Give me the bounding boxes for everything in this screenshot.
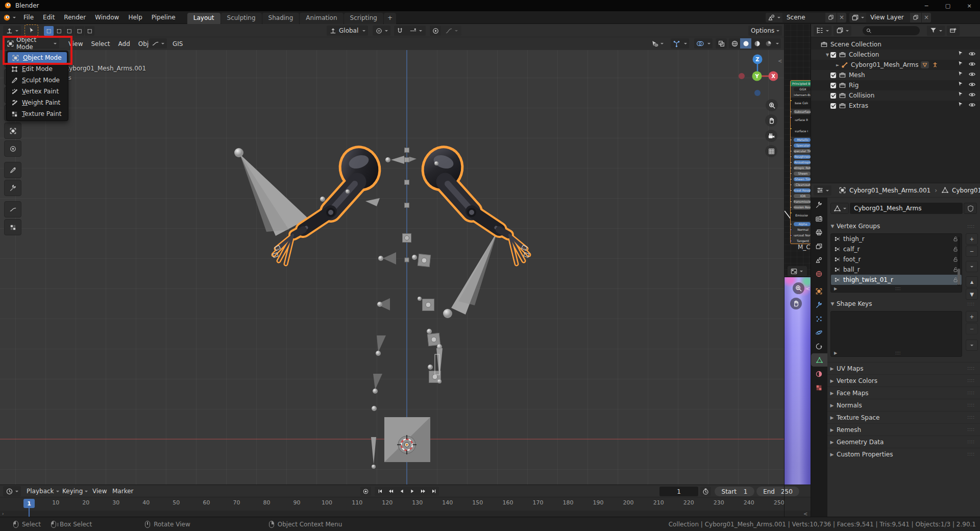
section-vertex-colors[interactable]: ▶Vertex Colors:::: — [827, 374, 980, 387]
viewport-menu-add[interactable]: Add — [114, 37, 134, 50]
mesh-data-browse-dropdown[interactable] — [830, 203, 849, 214]
node-input-ggx[interactable]: GGX — [791, 86, 811, 92]
node-input-specular-tint[interactable]: Specular Tint — [791, 148, 811, 154]
outliner-display-mode-dropdown[interactable] — [814, 26, 831, 36]
blender-app-menu[interactable] — [0, 14, 19, 21]
jump-to-end-button[interactable] — [428, 487, 439, 496]
section-geometry-data[interactable]: ▶Geometry Data:::: — [827, 436, 980, 448]
proportional-falloff-dropdown[interactable] — [441, 26, 461, 36]
zoom-button[interactable] — [766, 99, 778, 111]
tool-button-5[interactable] — [4, 140, 21, 157]
next-keyframe-button[interactable] — [418, 487, 428, 496]
tool-button-6[interactable] — [4, 162, 21, 178]
timeline-menu-view[interactable]: View — [92, 486, 107, 496]
outliner-row-scene-collection[interactable]: Scene Collection — [811, 39, 980, 50]
node-input-anisotropic-rotation[interactable]: Anisotropic Rotation — [791, 165, 811, 171]
section-custom-properties[interactable]: ▶Custom Properties:::: — [827, 448, 980, 460]
jump-to-start-button[interactable] — [375, 487, 385, 496]
selectable-toggle[interactable] — [958, 50, 964, 59]
collection-checkbox[interactable] — [830, 73, 836, 78]
mode-menu-item-sculpt-mode[interactable]: Sculpt Mode — [7, 75, 68, 86]
shading-rendered-button[interactable] — [763, 38, 774, 49]
mode-menu-item-edit-mode[interactable]: Edit Mode — [7, 63, 68, 75]
hide-eye-toggle[interactable] — [968, 81, 976, 90]
region-collapse-arrow[interactable]: < — [806, 286, 810, 292]
properties-tab-texture[interactable] — [811, 381, 827, 394]
image-editor-strip[interactable]: < — [785, 277, 811, 485]
node-input-sheen-tint[interactable]: Sheen Tint — [791, 176, 811, 182]
vertex-group-ball_r[interactable]: ball_r — [831, 264, 962, 275]
vertex-group-remove-button[interactable]: − — [966, 246, 978, 257]
outliner-search-input[interactable] — [863, 26, 920, 35]
outliner-row-rig[interactable]: Rig — [811, 80, 980, 90]
selectable-toggle[interactable] — [958, 81, 964, 90]
region-collapse-arrow[interactable]: < — [803, 511, 807, 517]
vertex-groups-scrollbar[interactable] — [958, 237, 960, 286]
node-input-ior[interactable]: IOR — [791, 193, 811, 199]
node-input-metallic[interactable]: Metallic — [791, 137, 811, 142]
gis-menu[interactable]: GIS — [168, 37, 187, 50]
section-remesh[interactable]: ▶Remesh:::: — [827, 423, 980, 436]
current-frame-field[interactable]: 1 — [659, 487, 698, 496]
menu-pipeline[interactable]: Pipeline — [147, 11, 180, 24]
vertex-group-move-up-button[interactable]: ▲ — [966, 276, 978, 287]
show-gizmo-toggle[interactable] — [671, 38, 682, 49]
ortho-grid-button[interactable] — [765, 145, 777, 157]
selectable-toggle[interactable] — [958, 60, 964, 69]
select-mode-3[interactable] — [75, 26, 84, 36]
viewport-menu-view[interactable]: View — [64, 37, 87, 50]
node-input-christensen-burley[interactable]: Christensen-Burley — [791, 92, 811, 98]
object-visibility-dropdown[interactable] — [648, 38, 666, 49]
image-pan-button[interactable] — [790, 298, 802, 309]
scene-browse-button[interactable] — [766, 13, 782, 22]
breadcrumb-object[interactable]: Cyborg01_Mesh_Arms.001 — [849, 187, 930, 194]
properties-tab-data[interactable] — [811, 353, 827, 367]
mode-menu-item-vertex-paint[interactable]: Vertex Paint — [7, 86, 68, 97]
viewport-menu-select[interactable]: Select — [87, 37, 114, 50]
close-button[interactable]: × — [959, 0, 980, 11]
timeline-menu-marker[interactable]: Marker — [112, 486, 133, 496]
view-layer-remove-button[interactable]: × — [922, 13, 931, 22]
node-input-clearcoat-normal[interactable]: Clearcoat Normal — [791, 232, 811, 238]
pan-hand-button[interactable] — [765, 114, 777, 127]
tool-button-7[interactable] — [4, 180, 21, 196]
outliner-row-collection[interactable]: ▼Collection — [811, 50, 980, 60]
outliner-row-mesh[interactable]: Mesh — [811, 70, 980, 80]
properties-editor-type-dropdown[interactable] — [814, 185, 831, 196]
properties-tab-modifiers[interactable] — [811, 298, 827, 311]
outliner-row-extras[interactable]: Extras — [811, 101, 980, 111]
menu-window[interactable]: Window — [90, 11, 124, 24]
node-input-normal[interactable]: Normal — [791, 227, 811, 232]
timeline-menu-keying[interactable]: Keying — [62, 486, 88, 496]
region-collapse-arrow[interactable]: < — [778, 58, 782, 64]
scene-unlink-button[interactable]: × — [837, 13, 846, 22]
maximize-button[interactable]: ▢ — [937, 0, 959, 11]
auto-keying-record-button[interactable] — [360, 487, 371, 496]
scene-name[interactable]: Scene — [782, 13, 825, 22]
region-divider[interactable] — [811, 24, 811, 517]
shape-keys-filter-row[interactable]: ▶:::: — [834, 351, 959, 355]
shading-wireframe-button[interactable] — [729, 38, 740, 49]
properties-tab-physics[interactable] — [811, 326, 827, 339]
workspace-tab-animation[interactable]: Animation — [300, 13, 343, 24]
mesh-name-field[interactable]: Cyborg01_Mesh_Arms — [850, 203, 963, 214]
shading-material-button[interactable] — [751, 38, 763, 49]
shading-solid-button[interactable] — [740, 38, 751, 49]
timeline-expand-arrow[interactable]: › — [2, 511, 4, 516]
hide-eye-toggle[interactable] — [968, 101, 976, 110]
node-input-specular[interactable]: Specular — [791, 142, 811, 148]
mode-menu-item-texture-paint[interactable]: Texture Paint — [7, 108, 68, 119]
properties-tab-tool[interactable] — [811, 198, 827, 211]
vertex-group-calf_r[interactable]: calf_r — [831, 244, 962, 254]
select-mode-4[interactable] — [85, 26, 94, 36]
scene-copy-button[interactable] — [825, 13, 837, 22]
properties-tab-object[interactable] — [811, 284, 827, 298]
hide-eye-toggle[interactable] — [968, 50, 976, 59]
workspace-tab-sculpting[interactable]: Sculpting — [221, 13, 262, 24]
workspace-tab-layout[interactable]: Layout — [187, 13, 220, 24]
properties-tab-view-layer[interactable] — [811, 239, 827, 253]
breadcrumb-data[interactable]: Cyborg01_Mesh_Arms — [952, 187, 980, 194]
properties-tab-output[interactable] — [811, 226, 827, 239]
shape-key-specials-dropdown[interactable] — [966, 340, 978, 351]
view-layer-browse-button[interactable] — [849, 13, 866, 22]
